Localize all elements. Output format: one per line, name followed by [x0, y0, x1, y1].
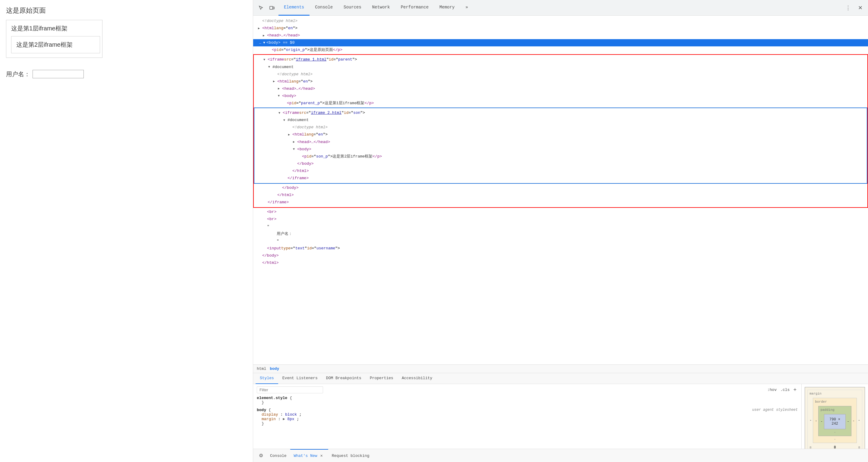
subtab-dom-breakpoints[interactable]: DOM Breakpoints — [322, 373, 366, 384]
margin-left-value: 8 — [809, 446, 812, 449]
dom-input-el[interactable]: <input type="text" id="username"> — [253, 245, 868, 252]
iframe-level1: 这是第1层iframe框架 这是第2层iframe框架 — [6, 20, 102, 58]
add-style-button[interactable]: + — [792, 387, 798, 393]
dom-p-son[interactable]: <p id="son_p">这是第2层iframe框架</p> — [254, 153, 867, 160]
body-rule: body { user agent stylesheet display : b… — [257, 408, 798, 426]
dom-doctype1[interactable]: <!doctype html> — [254, 71, 867, 78]
dom-iframe1-close[interactable]: </iframe> — [254, 199, 867, 206]
dom-html2-close[interactable]: </html> — [254, 167, 867, 175]
dom-iframe1-open[interactable]: ▼ <iframe src="iframe_1.html" id="parent… — [254, 56, 867, 63]
box-padding: padding - 790 × 242 - - — [818, 406, 851, 436]
bottom-tab-request-blocking[interactable]: Request blocking — [328, 449, 373, 462]
dom-html-open[interactable]: ▶ <html lang="en"> — [253, 25, 868, 32]
dom-document2[interactable]: ▼ #document — [254, 117, 867, 124]
dom-doctype2[interactable]: <!doctype html> — [254, 124, 867, 131]
tab-memory[interactable]: Memory — [434, 0, 460, 16]
element-style-close: } — [257, 400, 798, 405]
tab-more[interactable]: » — [460, 0, 473, 16]
dom-p-origin[interactable]: <p id="origin_p">这是原始页面</p> — [253, 46, 868, 54]
username-input[interactable] — [33, 70, 84, 78]
sub-tabs: Styles Event Listeners DOM Breakpoints P… — [253, 373, 868, 384]
tab-sources[interactable]: Sources — [338, 0, 367, 16]
username-row: 用户名： — [6, 70, 247, 78]
styles-right: margin - border - padding — [802, 384, 868, 449]
svg-rect-0 — [270, 6, 273, 9]
dom-html2-open[interactable]: ▶ <html lang="en"> — [254, 131, 867, 138]
devtools-tabs: Elements Console Sources Network Perform… — [278, 0, 473, 15]
dom-text-quote2[interactable]: " — [253, 238, 868, 245]
dom-br2[interactable]: <br> — [253, 216, 868, 223]
dom-body-close[interactable]: </body> — [253, 252, 868, 259]
devtools-close-icon[interactable]: ✕ — [855, 2, 866, 13]
dom-body1-close[interactable]: </body> — [254, 184, 867, 192]
bottom-tab-whatsnew[interactable]: What's New × — [290, 449, 328, 462]
filter-input[interactable] — [257, 387, 323, 393]
dom-head-collapsed[interactable]: ▶ <head>…</head> — [253, 32, 868, 39]
devtools-panel: Elements Console Sources Network Perform… — [253, 0, 868, 462]
whatsnew-close-btn[interactable]: × — [318, 453, 324, 459]
dom-doctype[interactable]: <!doctype html> — [253, 18, 868, 25]
dom-head1-collapsed[interactable]: ▶ <head>…</head> — [254, 85, 867, 93]
devtools-toolbar: Elements Console Sources Network Perform… — [253, 0, 868, 16]
iframe1-title: 这是第1层iframe框架 — [11, 24, 97, 33]
subtab-accessibility[interactable]: Accessibility — [398, 373, 436, 384]
box-border: border - padding - 790 × 242 — [813, 398, 857, 443]
filter-bar: :hov .cls + — [257, 387, 798, 393]
padding-row: - 790 × 242 - — [820, 413, 849, 430]
body-margin-prop: margin : ► 8px ; — [257, 417, 798, 421]
dom-text-quote1[interactable]: " — [253, 223, 868, 230]
device-icon[interactable] — [267, 2, 277, 13]
dom-body2-close[interactable]: </body> — [254, 160, 867, 167]
dom-p-parent[interactable]: <p id="parent_p">这是第1层iframe框架</p> — [254, 100, 867, 107]
dom-iframe2-open[interactable]: ▼ <iframe src="iframe_2.html" id="son"> — [254, 109, 867, 117]
dom-body2-open[interactable]: ▼ <body> — [254, 146, 867, 153]
dom-body1-open[interactable]: ▼ <body> — [254, 93, 867, 100]
hov-button[interactable]: :hov — [766, 387, 778, 393]
tab-performance[interactable]: Performance — [396, 0, 434, 16]
dom-text-username[interactable]: 用户名： — [253, 230, 868, 238]
hov-cls-buttons: :hov .cls + — [766, 387, 798, 393]
breadcrumb-html[interactable]: html — [255, 366, 267, 372]
dom-document1[interactable]: ▼ #document — [254, 64, 867, 71]
toolbar-right: ⋮ ✕ — [843, 2, 866, 13]
box-margin: margin - border - padding — [807, 390, 862, 449]
subtab-styles[interactable]: Styles — [255, 373, 278, 384]
body-display-prop: display : block ; — [257, 412, 798, 417]
styles-left: :hov .cls + element.style { } — [253, 384, 802, 449]
margin-label: margin — [809, 392, 860, 395]
element-style-selector: element.style { — [257, 396, 798, 400]
tab-network[interactable]: Network — [367, 0, 396, 16]
tab-console[interactable]: Console — [310, 0, 338, 16]
box-model: margin - border - padding — [805, 387, 865, 449]
cls-button[interactable]: .cls — [779, 387, 791, 393]
box-content: 790 × 242 — [824, 414, 846, 429]
body-rule-selector: body { user agent stylesheet — [257, 408, 798, 412]
padding-label: padding — [820, 408, 849, 412]
iframe-level2: 这是第2层iframe框架 — [11, 36, 100, 53]
dom-body-selected[interactable]: … ▼ <body> == $0 — [253, 39, 868, 46]
dom-br1[interactable]: <br> — [253, 208, 868, 216]
body-rule-close: } — [257, 421, 798, 426]
origin-title: 这是原始页面 — [6, 6, 247, 15]
breadcrumb-bar: html body — [253, 365, 868, 373]
dom-iframe2-close[interactable]: </iframe> — [254, 175, 867, 182]
content-size: 790 × 242 — [830, 418, 840, 426]
inspect-icon[interactable] — [255, 2, 267, 13]
bottom-tab-console[interactable]: Console — [267, 449, 290, 462]
bottom-bar: ⚙ Console What's New × Request blocking — [253, 449, 868, 462]
settings-icon[interactable]: ⚙ — [255, 450, 267, 461]
dom-html1-open[interactable]: ▶ <html lang="en"> — [254, 78, 867, 85]
subtab-event-listeners[interactable]: Event Listeners — [278, 373, 322, 384]
more-options-icon[interactable]: ⋮ — [843, 2, 854, 13]
username-label: 用户名： — [6, 70, 30, 78]
dom-head2-collapsed[interactable]: ▶ <head>…</head> — [254, 138, 867, 146]
iframe2-title: 这是第2层iframe框架 — [16, 41, 95, 49]
iframe-blue-block: ▼ <iframe src="iframe_2.html" id="son"> … — [254, 107, 867, 184]
dom-tree: <!doctype html> ▶ <html lang="en"> ▶ <he… — [253, 16, 868, 364]
dom-html-close[interactable]: </html> — [253, 259, 868, 267]
tab-elements[interactable]: Elements — [278, 0, 310, 16]
breadcrumb-body[interactable]: body — [269, 366, 280, 372]
subtab-properties[interactable]: Properties — [366, 373, 398, 384]
dom-html1-close[interactable]: </html> — [254, 192, 867, 199]
bottom-panel: html body Styles Event Listeners DOM Bre… — [253, 364, 868, 449]
